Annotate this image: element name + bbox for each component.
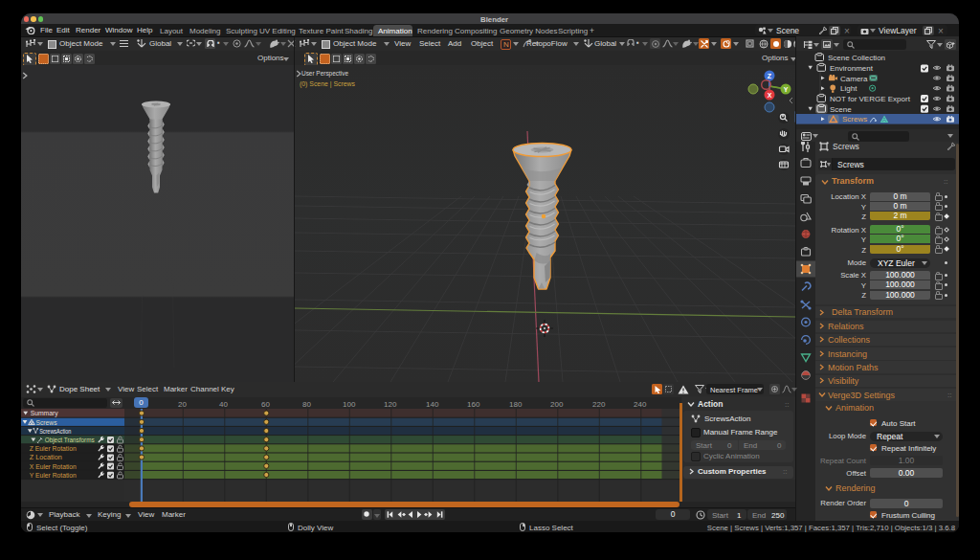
svg-text:X Euler Rotation: X Euler Rotation: [30, 462, 77, 471]
svg-text:ScrewsAction: ScrewsAction: [39, 427, 71, 436]
svg-text:Scene Collection: Scene Collection: [828, 54, 885, 62]
svg-text:NOT for VERGE Export: NOT for VERGE Export: [830, 95, 911, 103]
svg-text:Z: Z: [768, 73, 772, 79]
svg-text:Light: Light: [840, 84, 858, 93]
svg-text:Object Transforms: Object Transforms: [45, 436, 95, 444]
svg-text:Z Location: Z Location: [30, 453, 62, 461]
svg-text:Z Euler Rotation: Z Euler Rotation: [30, 444, 77, 453]
svg-text:X: X: [768, 92, 772, 99]
svg-text:Environment: Environment: [830, 64, 874, 73]
svg-text:User Perspective: User Perspective: [301, 69, 348, 78]
svg-text:Y Euler Rotation: Y Euler Rotation: [30, 471, 77, 480]
svg-text:Camera: Camera: [840, 75, 868, 83]
svg-text:Y: Y: [784, 86, 789, 93]
svg-text:Screws: Screws: [842, 115, 867, 123]
svg-text:Screws: Screws: [36, 418, 57, 427]
svg-text:(0) Scene | Screws: (0) Scene | Screws: [300, 79, 355, 88]
svg-text:Summary: Summary: [31, 409, 58, 417]
svg-text:Scene: Scene: [830, 105, 852, 114]
